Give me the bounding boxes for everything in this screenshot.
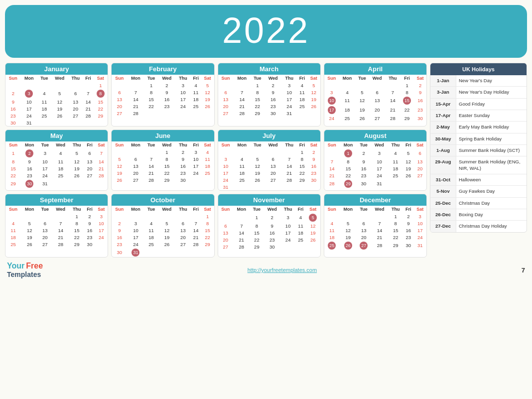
holiday-date: 15-Apr	[430, 99, 456, 110]
day-header: Sun	[218, 206, 234, 213]
footer-url[interactable]: http://yourfreetemplates.com	[248, 267, 317, 273]
cal-day: 4	[37, 89, 51, 98]
cal-day: 4	[144, 220, 158, 227]
holidays-panel: UK Holidays 1-JanNew Year's Day3-JanNew …	[430, 63, 527, 233]
cal-day: 22	[251, 103, 265, 110]
cal-day: 2	[307, 148, 320, 155]
cal-day: 6	[218, 89, 234, 96]
cal-day: 3	[324, 89, 339, 96]
cal-day: 27	[68, 112, 83, 119]
cal-day	[144, 213, 158, 220]
cal-day: 13	[357, 227, 371, 234]
day-header: Wed	[158, 75, 176, 82]
cal-day	[5, 213, 21, 220]
day-header: Sat	[414, 75, 426, 82]
cal-day	[340, 213, 357, 220]
cal-day: 21	[234, 103, 251, 110]
cal-day	[69, 179, 84, 188]
cal-day: 10	[95, 220, 108, 227]
cal-day: 18	[297, 96, 307, 103]
cal-table: SunMonTueWedThuFriSat1234567891011121314…	[5, 75, 108, 126]
cal-day: 16	[112, 234, 127, 241]
day-header: Thu	[386, 75, 400, 82]
cal-day: 3	[280, 213, 295, 222]
cal-day: 10	[38, 158, 52, 165]
cal-table: SunMonTueWedThuFriSat1234567891011121314…	[324, 141, 426, 188]
holiday-name: Summer Bank Holiday (SCT)	[456, 145, 522, 156]
day-header: Sat	[95, 206, 108, 213]
cal-day: 27	[413, 172, 426, 179]
cal-day: 1	[250, 213, 264, 222]
cal-day: 21	[386, 105, 400, 115]
cal-day: 4	[191, 82, 201, 89]
cal-day: 21	[324, 172, 340, 179]
cal-day: 7	[324, 158, 340, 165]
cal-day	[280, 243, 295, 250]
cal-day: 15	[69, 227, 84, 234]
cal-day: 26	[158, 241, 176, 248]
cal-day	[191, 110, 201, 117]
cal-day: 4	[295, 213, 306, 222]
cal-day: 5	[355, 89, 369, 96]
cal-day: 5	[112, 155, 127, 162]
cal-day: 3	[413, 213, 426, 220]
cal-day: 18	[339, 105, 356, 115]
cal-day: 8	[400, 89, 414, 96]
cal-day: 18	[324, 234, 340, 241]
cal-day: 30	[21, 179, 38, 188]
cal-day: 10	[371, 158, 388, 165]
day-header: Wed	[265, 141, 282, 148]
holiday-circle: 10	[328, 97, 336, 105]
cal-day: 2	[357, 148, 371, 158]
logo: Your Free Templates	[7, 262, 43, 278]
cal-day: 4	[388, 148, 403, 158]
cal-day: 10	[282, 89, 297, 96]
month-header: August	[324, 130, 426, 141]
cal-day: 20	[68, 105, 83, 112]
cal-day: 8	[388, 220, 403, 227]
holiday-date: 1-Aug	[430, 145, 456, 156]
cal-day: 28	[282, 176, 297, 183]
day-header: Tue	[357, 206, 371, 213]
cal-day: 11	[388, 158, 403, 165]
holiday-name: Spring Bank Holiday	[456, 133, 504, 144]
cal-day: 30	[265, 110, 282, 117]
cal-day: 30	[5, 119, 21, 126]
cal-day	[95, 179, 108, 188]
cal-day: 22	[93, 105, 108, 112]
cal-day: 11	[297, 89, 307, 96]
holiday-date: 2-May	[430, 122, 456, 133]
cal-day: 18	[37, 105, 51, 112]
cal-day: 15	[400, 96, 414, 105]
holiday-row: 31-OctHalloween	[430, 174, 527, 186]
cal-day: 5	[21, 220, 38, 227]
cal-day: 31	[371, 179, 388, 188]
month-header: February	[112, 63, 214, 75]
cal-day: 26	[201, 103, 214, 110]
cal-day: 2	[158, 82, 176, 89]
day-header: Sat	[201, 141, 214, 148]
holiday-row: 3-JanNew Year's Day Holiday	[430, 87, 527, 98]
holiday-name: Good Friday	[456, 99, 487, 110]
cal-day: 20	[38, 234, 52, 241]
cal-table: SunMonTueWedThuFriSat1234567891011121314…	[324, 206, 426, 250]
cal-day	[175, 110, 190, 117]
day-header: Sat	[201, 75, 214, 82]
cal-day: 28	[371, 241, 388, 250]
cal-day	[297, 110, 307, 117]
day-header: Wed	[52, 206, 69, 213]
cal-day	[95, 241, 108, 248]
cal-day: 10	[280, 222, 295, 229]
cal-day	[306, 243, 320, 250]
cal-day: 14	[371, 227, 388, 234]
cal-day: 10	[21, 98, 37, 105]
cal-day: 25	[201, 169, 214, 176]
cal-day: 22	[201, 234, 214, 241]
holiday-date: 5-Nov	[430, 186, 456, 197]
cal-day	[5, 82, 21, 89]
cal-day: 15	[93, 98, 108, 105]
cal-day	[234, 82, 251, 89]
day-header: Tue	[38, 141, 52, 148]
cal-day	[127, 148, 144, 155]
cal-day: 29	[158, 176, 176, 183]
